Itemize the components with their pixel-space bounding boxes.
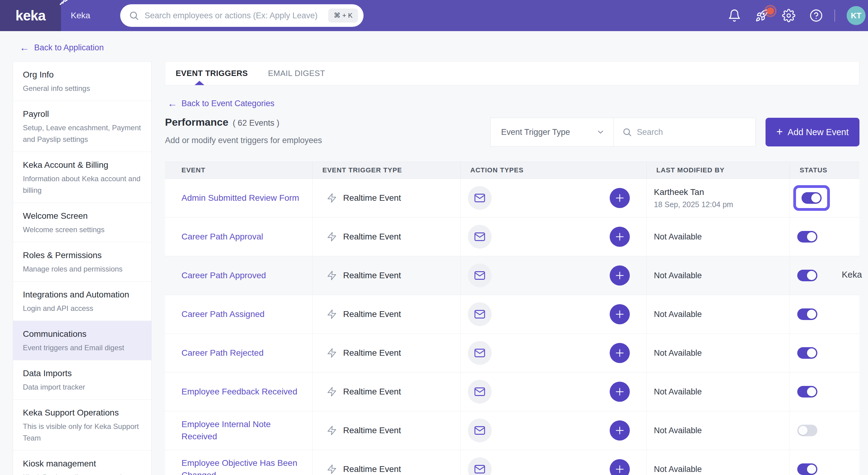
status-cell [790, 373, 860, 411]
last-modified-by: Not Available [654, 426, 702, 435]
column-header-status: STATUS [790, 162, 860, 178]
add-action-button[interactable] [610, 304, 630, 324]
email-action-icon[interactable] [468, 419, 492, 442]
back-to-event-categories-link[interactable]: ← Back to Event Categories [167, 98, 275, 108]
trigger-type-label: Realtime Event [343, 309, 401, 319]
tab-event-triggers[interactable]: EVENT TRIGGERS [176, 69, 248, 78]
search-icon [622, 127, 632, 137]
mail-icon [474, 347, 486, 359]
toggle-focus-ring [793, 185, 830, 211]
nav-divider [834, 9, 835, 22]
last-modified-cell: Not Available [647, 295, 790, 333]
table-search[interactable] [614, 118, 755, 146]
table-row-career-path-rejected: Career Path RejectedRealtime EventNot Av… [165, 334, 860, 373]
add-action-button[interactable] [610, 265, 630, 286]
bell-icon[interactable] [728, 9, 741, 22]
sidebar-item-kiosk-management[interactable]: Kiosk managementKiosk Devices allow your… [13, 450, 151, 475]
status-toggle[interactable] [802, 192, 822, 204]
lightning-icon [327, 387, 337, 397]
chevron-down-icon [596, 128, 605, 137]
email-action-icon[interactable] [468, 380, 492, 404]
back-to-application-link[interactable]: ← Back to Application [20, 43, 104, 53]
status-toggle[interactable] [797, 464, 817, 475]
email-action-icon[interactable] [468, 225, 492, 249]
event-cell: Career Path Approval [165, 217, 313, 256]
event-link[interactable]: Career Path Assigned [182, 308, 265, 320]
last-modified-cell: Not Available [647, 450, 790, 475]
status-cell [790, 334, 860, 372]
table-row-career-path-approved: Career Path ApprovedRealtime EventNot Av… [165, 256, 860, 295]
status-toggle[interactable] [797, 386, 817, 397]
global-search-input[interactable] [145, 11, 328, 21]
sidebar-item-keka-account-billing[interactable]: Keka Account & BillingInformation about … [13, 152, 151, 203]
sidebar-item-payroll[interactable]: PayrollSetup, Leave encashment, Payment … [13, 101, 151, 152]
status-toggle[interactable] [797, 308, 817, 320]
event-link[interactable]: Admin Submitted Review Form [182, 192, 299, 204]
global-search[interactable]: ⌘ + K [120, 4, 364, 27]
last-modified-date: 18 Sep, 2025 12:04 pm [654, 200, 733, 209]
mail-icon [474, 269, 486, 281]
event-link[interactable]: Employee Objective Has Been Changed [182, 457, 305, 475]
sidebar-item-integrations-and-automation[interactable]: Integrations and AutomationLogin and API… [13, 281, 151, 321]
mail-icon [474, 463, 486, 475]
add-action-button[interactable] [610, 382, 630, 402]
email-action-icon[interactable] [468, 457, 492, 475]
trigger-type-label: Realtime Event [343, 464, 401, 474]
plus-icon [615, 232, 625, 242]
event-link[interactable]: Employee Feedback Received [182, 386, 298, 398]
email-action-icon[interactable] [468, 341, 492, 365]
status-toggle[interactable] [797, 231, 817, 242]
last-modified-by: Not Available [654, 348, 702, 358]
tab-email-digest[interactable]: EMAIL DIGEST [268, 69, 325, 78]
sidebar-item-communications[interactable]: CommunicationsEvent triggers and Email d… [13, 321, 151, 360]
table-header: EVENTEVENT TRIGGER TYPEACTION TYPESLAST … [165, 162, 860, 179]
trigger-type-cell: Realtime Event [313, 411, 461, 450]
help-icon[interactable] [809, 9, 823, 22]
sidebar-item-keka-support-operations[interactable]: Keka Support OperationsThis is visible o… [13, 399, 151, 450]
trigger-type-cell: Realtime Event [313, 450, 461, 475]
event-link[interactable]: Career Path Rejected [182, 347, 264, 359]
arrow-left-icon: ← [20, 43, 29, 53]
trigger-type-label: Realtime Event [343, 387, 401, 396]
back-to-application-label: Back to Application [34, 43, 104, 53]
add-action-button[interactable] [610, 420, 630, 441]
add-new-event-button[interactable]: + Add New Event [766, 118, 860, 146]
sidebar-item-data-imports[interactable]: Data ImportsData import tracker [13, 360, 151, 399]
email-action-icon[interactable] [468, 264, 492, 287]
avatar[interactable]: KT [847, 6, 866, 25]
sidebar-item-roles-permissions[interactable]: Roles & PermissionsManage roles and perm… [13, 242, 151, 281]
add-action-button[interactable] [610, 459, 630, 475]
status-toggle[interactable] [797, 425, 817, 436]
action-types-cell [461, 411, 647, 450]
table-row-career-path-assigned: Career Path AssignedRealtime EventNot Av… [165, 295, 860, 334]
sidebar-item-welcome-screen[interactable]: Welcome ScreenWelcome screen settings [13, 203, 151, 242]
last-modified-by: Not Available [654, 310, 702, 319]
status-toggle[interactable] [797, 347, 817, 359]
status-toggle[interactable] [797, 270, 817, 281]
email-action-icon[interactable] [468, 302, 492, 326]
logo-spark-icon [59, 0, 69, 6]
status-cell [790, 179, 860, 217]
lightning-icon [327, 348, 337, 358]
keka-logo[interactable]: keka [0, 0, 61, 31]
back-to-event-categories-label: Back to Event Categories [182, 99, 275, 108]
toggle-knob [807, 271, 816, 280]
last-modified-by: Kartheek Tan [654, 187, 733, 197]
event-link[interactable]: Career Path Approved [182, 269, 266, 281]
table-search-input[interactable] [637, 127, 749, 137]
event-link[interactable]: Career Path Approval [182, 231, 263, 243]
trigger-type-cell: Realtime Event [313, 295, 461, 333]
event-trigger-type-dropdown[interactable]: Event Trigger Type [491, 118, 614, 146]
email-action-icon[interactable] [468, 186, 492, 210]
sidebar-item-subtitle: General info settings [23, 83, 142, 94]
sidebar-item-org-info[interactable]: Org InfoGeneral info settings [13, 62, 151, 101]
sidebar-item-subtitle: Welcome screen settings [23, 224, 142, 236]
add-action-button[interactable] [610, 188, 630, 208]
event-link[interactable]: Employee Internal Note Received [182, 418, 305, 443]
add-action-button[interactable] [610, 343, 630, 363]
action-types-cell [461, 334, 647, 372]
sidebar-item-subtitle: Information about Keka account and billi… [23, 173, 142, 196]
add-action-button[interactable] [610, 227, 630, 247]
gear-icon[interactable] [782, 9, 796, 22]
plus-icon: + [776, 126, 783, 137]
